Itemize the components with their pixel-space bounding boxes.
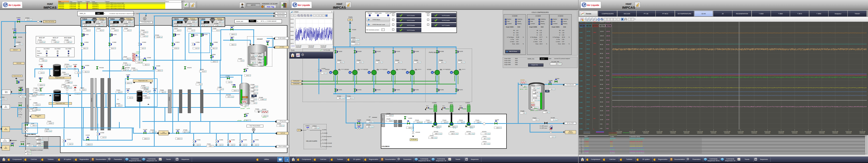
svg-text:A: A bbox=[253, 129, 254, 131]
svg-text:M: M bbox=[451, 72, 452, 74]
svg-text:M: M bbox=[432, 72, 433, 74]
svg-text:M: M bbox=[330, 72, 332, 74]
svg-text:A3520: A3520 bbox=[55, 70, 59, 71]
svg-text:A3510: A3510 bbox=[55, 95, 59, 97]
svg-text:M: M bbox=[407, 72, 408, 74]
svg-text:M: M bbox=[349, 72, 351, 74]
svg-text:M: M bbox=[369, 72, 370, 74]
svg-text:A3550: A3550 bbox=[137, 96, 142, 97]
svg-text:M: M bbox=[388, 72, 389, 74]
svg-text:A: A bbox=[144, 18, 145, 20]
